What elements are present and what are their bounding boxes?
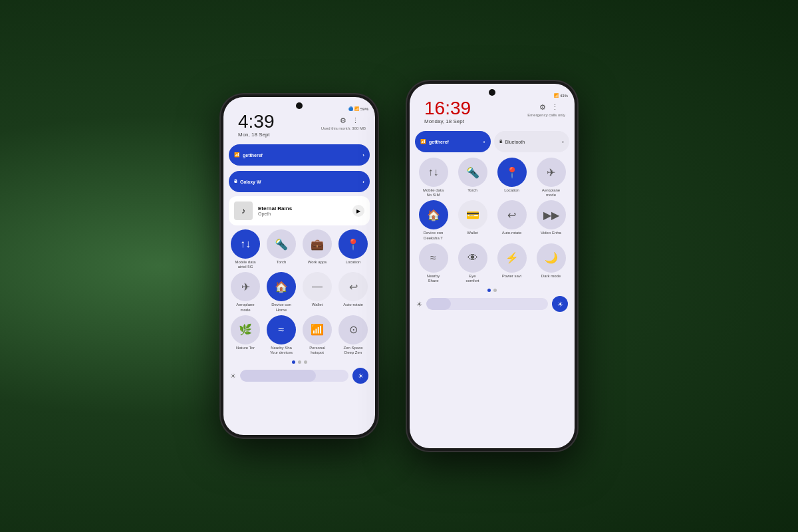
tile-mobile-data[interactable]: ↑↓ Mobile dataairtel 5G (229, 229, 262, 269)
nearby-label: Nearby ShaYour devices (270, 346, 293, 355)
wifi-arrow-2: › (483, 139, 485, 145)
settings-icon-2[interactable]: ⚙ (539, 103, 546, 112)
work-apps-label: Work apps (308, 260, 327, 265)
brightness-low-icon: ☀ (230, 372, 236, 380)
tile-location[interactable]: 📍 Location (336, 229, 370, 269)
tile2-device[interactable]: 🏠 Device conDeeksha T (415, 200, 452, 240)
tile2-video[interactable]: ▶▶ Video Enha (533, 200, 569, 240)
tile2-wallet[interactable]: 💳 Wallet (454, 200, 491, 240)
location-label-2: Location (504, 188, 519, 193)
tile2-powersave[interactable]: ⚡ Power savi (493, 243, 530, 283)
phone1-header-icons: ⚙ ⋮ (333, 116, 366, 126)
phone2-tiles-grid: ↑↓ Mobile dataNo SIM 🔦 Torch 📍 Location … (410, 155, 575, 286)
dot2-2 (493, 289, 497, 292)
brightness-fill-2 (426, 298, 451, 310)
torch-label-2: Torch (467, 188, 477, 193)
phone2-screen: 📶 43% 16:39 Monday, 18 Sept ⚙ ⋮ (410, 84, 575, 448)
tile2-eye[interactable]: 👁 Eyecomfort (454, 243, 491, 283)
tile-autorotate[interactable]: ↩ Auto-rotate (336, 272, 370, 312)
music-play-button[interactable]: ▶ (352, 205, 364, 217)
brightness-high-icon-2: ☀ (552, 296, 568, 312)
aeroplane-label: Aeroplanemode (236, 303, 254, 312)
phone1-wifi-label: gettheref (243, 153, 263, 158)
settings-icon[interactable]: ⚙ (340, 116, 346, 125)
bluetooth-icon: Ƀ (234, 179, 237, 184)
music-info: Eternal Rains Opeth (258, 205, 347, 216)
tile-nearby[interactable]: ≈ Nearby ShaYour devices (265, 315, 298, 355)
nature-label: Nature Tor (236, 346, 255, 350)
phone1-brightness-slider[interactable] (240, 370, 348, 382)
tile2-location[interactable]: 📍 Location (493, 158, 530, 198)
phone2-status-icons: 📶 43% (554, 93, 568, 98)
mobile-data-icon: ↑↓ (231, 229, 260, 259)
phone2-bt-label: Bluetooth (505, 140, 525, 144)
dot2-1 (487, 289, 491, 292)
phone1-screen: 🔵 📶 59% 4:39 Mon, 18 Sept ⚙ ⋮ (223, 97, 375, 435)
tile-aeroplane[interactable]: ✈ Aeroplanemode (229, 272, 262, 312)
phone2-bt-tile[interactable]: Ƀ Bluetooth › (494, 131, 570, 152)
phone2-wifi-tile[interactable]: 📶 gettheref › (415, 131, 491, 152)
tile2-darkmode[interactable]: 🌙 Dark mode (533, 243, 569, 283)
phone1-status-icons: 🔵 📶 59% (348, 106, 368, 111)
darkmode-label-2: Dark mode (541, 274, 561, 279)
nearby-icon-2: ≈ (419, 243, 448, 273)
tile-device-connect[interactable]: 🏠 Device conHome (265, 272, 298, 312)
tile-torch[interactable]: 🔦 Torch (265, 229, 298, 269)
tile-zenspace[interactable]: ⊙ Zen SpaceDeep Zen (336, 315, 370, 355)
device-icon-2: 🏠 (419, 200, 448, 229)
eye-label-2: Eyecomfort (466, 274, 479, 283)
phone1-brightness-row: ☀ ☀ (223, 366, 375, 385)
wallet-label: Wallet (312, 303, 323, 307)
tile-hotspot[interactable]: 📶 Personalhotspot (301, 315, 334, 355)
phone2: 📶 43% 16:39 Monday, 18 Sept ⚙ ⋮ (406, 80, 579, 452)
dot-3 (304, 360, 307, 364)
torch-label: Torch (277, 260, 287, 265)
tile-nature[interactable]: 🌿 Nature Tor (229, 315, 262, 355)
tile2-torch[interactable]: 🔦 Torch (454, 158, 491, 198)
wifi-icon-2: 📶 (420, 139, 426, 144)
phone2-notch (489, 89, 495, 96)
nature-icon: 🌿 (231, 315, 260, 344)
phone1-tiles-grid: ↑↓ Mobile dataairtel 5G 🔦 Torch 💼 Work a… (223, 227, 375, 358)
phone1-bt-tile[interactable]: Ƀ Galaxy W › (229, 171, 370, 192)
phone1-qs-row: 📶 gettheref › (223, 142, 375, 168)
phone1-wifi-tile[interactable]: 📶 gettheref › (229, 144, 370, 166)
aeroplane-label-2: Aeroplanemode (542, 188, 560, 198)
phone1-time-block: 4:39 Mon, 18 Sept (230, 112, 283, 140)
wallet-icon: — (303, 272, 332, 301)
more-icon-2[interactable]: ⋮ (551, 103, 559, 112)
bt-arrow: › (362, 179, 364, 185)
phone1-wrapper: 🔵 📶 59% 4:39 Mon, 18 Sept ⚙ ⋮ (219, 93, 379, 439)
dot-2 (298, 360, 301, 364)
phone2-brightness-slider[interactable] (426, 298, 548, 310)
tile2-autorotate[interactable]: ↩ Auto-rotate (493, 200, 530, 240)
eye-icon-2: 👁 (458, 243, 487, 273)
location-icon-2: 📍 (497, 158, 527, 187)
autorotate-label-2: Auto-rotate (502, 231, 522, 235)
tile2-aeroplane[interactable]: ✈ Aeroplanemode (533, 158, 569, 198)
phone2-emergency: Emergency calls only (527, 113, 565, 117)
tile-work-apps[interactable]: 💼 Work apps (301, 229, 334, 269)
torch-icon-2: 🔦 (458, 158, 487, 187)
tile2-nearby[interactable]: ≈ NearbyShare (415, 243, 452, 283)
phone2-time-block: 16:39 Monday, 18 Sept (416, 99, 479, 127)
dot-1 (292, 360, 295, 364)
more-icon[interactable]: ⋮ (352, 116, 359, 125)
nearby-label-2: NearbyShare (427, 274, 440, 283)
phone2-time: 16:39 (424, 99, 471, 118)
phone1-notch (296, 102, 303, 109)
scene: 🔵 📶 59% 4:39 Mon, 18 Sept ⚙ ⋮ (0, 0, 798, 532)
autorotate-icon-2: ↩ (497, 200, 527, 229)
device-connect-icon: 🏠 (267, 272, 296, 301)
phone1-music-card: ♪ Eternal Rains Opeth ▶ (229, 196, 370, 225)
location-icon: 📍 (338, 229, 368, 259)
tile-wallet[interactable]: — Wallet (301, 272, 334, 312)
tile2-mobile-data[interactable]: ↑↓ Mobile dataNo SIM (415, 158, 452, 198)
phone2-qs-row: 📶 gettheref › Ƀ Bluetooth › (410, 128, 575, 155)
mobile-data-label: Mobile dataairtel 5G (235, 260, 255, 269)
phone2-wrapper: 📶 43% 16:39 Monday, 18 Sept ⚙ ⋮ (406, 80, 579, 452)
music-artist: Opeth (258, 211, 347, 216)
torch-icon: 🔦 (267, 229, 296, 259)
brightness-fill (240, 370, 316, 382)
hotspot-icon: 📶 (303, 315, 332, 344)
